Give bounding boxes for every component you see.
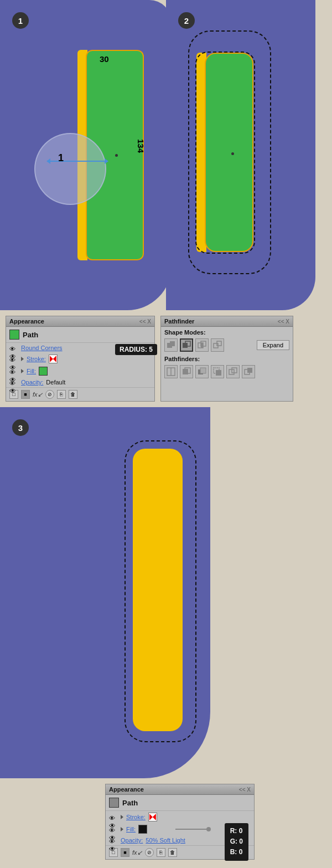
- connector-line: [175, 829, 209, 830]
- p1-dim-30: 30: [100, 54, 109, 64]
- fill2-swatch[interactable]: [138, 825, 147, 834]
- triangle-icon-2[interactable]: [21, 369, 24, 373]
- appearance-controls[interactable]: << X: [139, 319, 151, 325]
- rgb-r: R: 0: [230, 826, 243, 836]
- pf-outline[interactable]: [226, 365, 240, 378]
- appearance2-path-row: Path: [106, 795, 254, 811]
- expand-button[interactable]: Expand: [257, 340, 289, 350]
- rgb-g: G: 0: [230, 836, 243, 847]
- svg-rect-14: [200, 368, 206, 373]
- fx2-button[interactable]: fx↙: [132, 849, 142, 856]
- eye-icon-7: 👁: [109, 838, 118, 843]
- appearance-panel-1: Appearance << X Path 👁 Round Corners RAD…: [6, 316, 155, 402]
- p1-magnify-circle: [34, 133, 106, 205]
- opacity2-link[interactable]: Opacity:: [121, 837, 143, 844]
- appearance2-path-label: Path: [122, 799, 138, 807]
- pathfinder-panel: Pathfinder << X Shape Modes: Expand: [160, 316, 293, 402]
- triangle-icon-4[interactable]: [121, 827, 123, 831]
- s3-dashed-outline: [124, 440, 196, 742]
- appearance-titlebar: Appearance << X: [6, 316, 154, 327]
- bottom-icon-square-filled[interactable]: ■: [21, 390, 30, 399]
- appearance-title: Appearance: [9, 318, 44, 325]
- eye-icon-3: 👁: [9, 368, 18, 374]
- svg-rect-16: [216, 370, 221, 376]
- pathfinder-controls[interactable]: << X: [278, 319, 289, 325]
- pf-minus-back[interactable]: [242, 365, 255, 378]
- appearance-fill-row: 👁 Fill:: [6, 365, 154, 377]
- svg-rect-6: [201, 343, 203, 348]
- triangle-icon-3[interactable]: [121, 815, 123, 819]
- bottom-panels: Appearance << X Path 👁 Stroke: 👁 Fill:: [0, 778, 332, 868]
- p1-dim-134: 134: [136, 139, 146, 153]
- pathfinders-label: Pathfinders:: [161, 353, 293, 363]
- appearance2-path-swatch: [109, 798, 119, 808]
- opacity-value: Default: [46, 379, 65, 386]
- bottom2-icon-copy[interactable]: ⎘: [157, 848, 165, 857]
- appearance-path-row: Path: [6, 327, 154, 343]
- p2-center-dot: [231, 152, 234, 155]
- step3-badge: 3: [12, 419, 29, 436]
- pf-unite[interactable]: [164, 338, 178, 352]
- svg-rect-20: [247, 368, 252, 373]
- bottom-icon-trash[interactable]: 🗑: [69, 390, 77, 399]
- pathfinder-titlebar: Pathfinder << X: [161, 316, 293, 327]
- panels-row-1: Appearance << X Path 👁 Round Corners RAD…: [0, 310, 332, 407]
- radius-tooltip: RADIUS: 5: [115, 344, 157, 355]
- section3: 3: [0, 407, 332, 778]
- soft-light-value: 50% Soft Light: [146, 837, 185, 844]
- appearance2-fill-row: 👁 Fill: R: 0 G: 0 B: 0: [106, 823, 254, 835]
- p1-center-dot: [115, 154, 118, 157]
- pf-intersect[interactable]: [195, 338, 209, 352]
- step2-badge: 2: [178, 12, 195, 29]
- stroke-swatch[interactable]: [49, 355, 58, 363]
- eye-icon-2: 👁: [9, 356, 18, 362]
- no-icon[interactable]: ⊘: [45, 390, 54, 399]
- no2-icon[interactable]: ⊘: [145, 848, 154, 857]
- appearance2-stroke-row: 👁 Stroke:: [106, 811, 254, 823]
- shape-modes-row: Expand: [161, 337, 293, 353]
- connector-dot: [206, 827, 211, 831]
- rgb-tooltip: R: 0 G: 0 B: 0: [225, 823, 248, 861]
- pf-merge[interactable]: [195, 365, 209, 378]
- eye-icon-6: 👁: [109, 826, 118, 832]
- eye-icon-5: 👁: [109, 814, 118, 820]
- appearance-path-label: Path: [23, 331, 38, 339]
- pathfinders-row: [161, 363, 293, 380]
- appearance2-controls[interactable]: << X: [239, 787, 251, 793]
- p2-inner-dashed: [195, 52, 255, 254]
- stroke-link[interactable]: Stroke:: [27, 356, 46, 362]
- fill-swatch[interactable]: [39, 367, 48, 376]
- triangle-icon-1[interactable]: [21, 357, 24, 361]
- p1-dim-1: 1: [58, 152, 64, 164]
- fill-link[interactable]: Fill:: [27, 368, 36, 374]
- appearance-bottom-bar: □ ■ fx↙ ⊘ ⎘ 🗑: [6, 387, 154, 401]
- pf-divide[interactable]: [164, 365, 178, 378]
- pathfinder-title: Pathfinder: [164, 318, 194, 325]
- bottom2-icon-trash[interactable]: 🗑: [168, 848, 177, 857]
- appearance-opacity-row: 👁 Opacity: Default: [6, 377, 154, 387]
- appearance-panel-2: Appearance << X Path 👁 Stroke: 👁 Fill:: [105, 784, 255, 860]
- pf-crop[interactable]: [211, 365, 224, 378]
- pf-exclude[interactable]: [211, 338, 224, 352]
- bottom2-icon-square-filled[interactable]: ■: [121, 848, 129, 857]
- p1-dimension-arrow: [47, 161, 108, 162]
- fill2-link[interactable]: Fill:: [126, 826, 136, 833]
- appearance2-title: Appearance: [109, 786, 144, 793]
- stroke2-link[interactable]: Stroke:: [126, 814, 146, 820]
- round-corners-link[interactable]: Round Corners: [21, 345, 63, 351]
- step1-badge: 1: [12, 12, 29, 29]
- appearance-path-swatch: [9, 330, 19, 340]
- eye-icon-4: 👁: [9, 379, 18, 385]
- opacity-link[interactable]: Opacity:: [21, 379, 43, 386]
- pf-minus-front[interactable]: [180, 338, 193, 352]
- shape-modes-label: Shape Modes:: [161, 327, 293, 337]
- appearance-round-corners-row: 👁 Round Corners RADIUS: 5: [6, 343, 154, 353]
- eye-icon-1: 👁: [9, 345, 18, 351]
- pf-trim[interactable]: [180, 365, 193, 378]
- top-row: 1 30 134 1 2: [0, 0, 332, 310]
- svg-rect-1: [170, 341, 175, 346]
- appearance2-titlebar: Appearance << X: [106, 784, 254, 795]
- fx-button[interactable]: fx↙: [33, 391, 43, 398]
- bottom-icon-copy[interactable]: ⎘: [57, 390, 66, 399]
- stroke2-swatch[interactable]: [148, 813, 157, 821]
